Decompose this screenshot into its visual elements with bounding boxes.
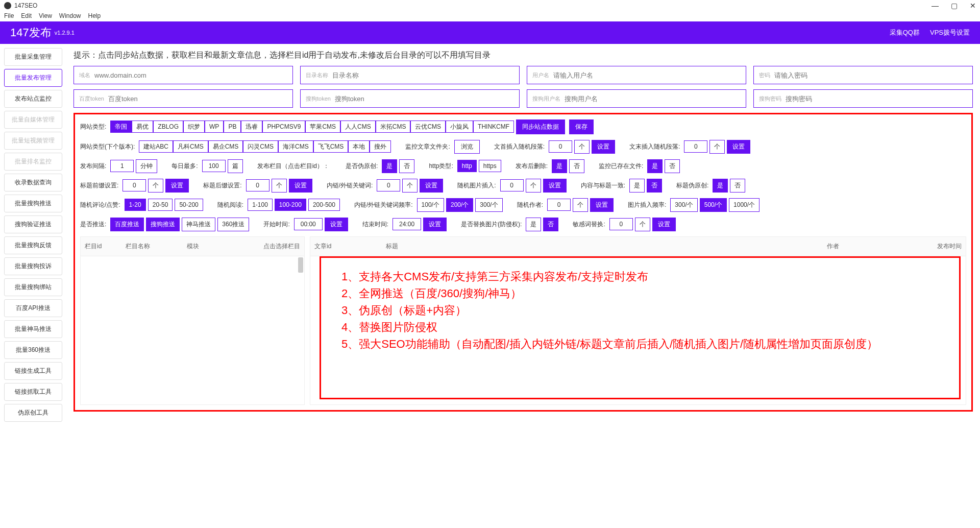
sidebar-item-7[interactable]: 批量搜狗推送 xyxy=(4,195,62,212)
input-baidu-token[interactable]: 百度token xyxy=(74,89,293,108)
site-type-1[interactable]: 易优 xyxy=(132,121,153,133)
insert-head-setting[interactable]: 设置 xyxy=(592,140,615,154)
sidebar-item-0[interactable]: 批量采集管理 xyxy=(4,48,62,66)
site-type-8[interactable]: 苹果CMS xyxy=(305,121,340,133)
daily-max-value[interactable]: 100 xyxy=(202,160,226,172)
sidebar-item-8[interactable]: 搜狗验证推送 xyxy=(4,215,62,233)
input-sogou-pass[interactable]: 搜狗密码 xyxy=(753,89,973,108)
read-opt-0[interactable]: 1-100 xyxy=(248,199,273,211)
insert-head-value[interactable]: 0 xyxy=(549,140,572,153)
title-pseudo-yes[interactable]: 是 xyxy=(713,179,728,193)
push-opt-3[interactable]: 360推送 xyxy=(217,218,249,231)
menu-window[interactable]: Window xyxy=(59,12,81,20)
dir-field[interactable] xyxy=(332,71,514,79)
freq-opt-0[interactable]: 100/个 xyxy=(417,198,444,212)
site-type-5[interactable]: PB xyxy=(224,121,241,133)
random-img-setting[interactable]: 设置 xyxy=(543,179,567,193)
next-type-5[interactable]: 飞飞CMS xyxy=(313,140,349,153)
push-opt-0[interactable]: 百度推送 xyxy=(110,218,144,231)
input-domain[interactable]: 域名 xyxy=(74,66,293,84)
read-opt-2[interactable]: 200-500 xyxy=(308,199,340,211)
next-type-4[interactable]: 海洋CMS xyxy=(278,140,313,153)
sidebar-item-1[interactable]: 批量发布管理 xyxy=(4,69,62,87)
site-type-10[interactable]: 米拓CMS xyxy=(376,121,411,133)
site-type-11[interactable]: 云优CMS xyxy=(410,121,446,133)
sogou-pass-field[interactable] xyxy=(786,95,967,103)
img-freq-1[interactable]: 500/个 xyxy=(700,198,727,212)
replace-yes[interactable]: 是 xyxy=(526,218,541,231)
input-sogou-token[interactable]: 搜狗token xyxy=(300,89,520,108)
input-dir[interactable]: 目录名称 xyxy=(300,66,520,84)
next-type-7[interactable]: 搜外 xyxy=(370,140,391,153)
next-type-3[interactable]: 闪灵CMS xyxy=(243,140,278,153)
site-type-2[interactable]: ZBLOG xyxy=(153,121,183,133)
push-opt-1[interactable]: 搜狗推送 xyxy=(146,218,180,231)
end-time-setting[interactable]: 设置 xyxy=(423,218,447,231)
next-type-0[interactable]: 建站ABC xyxy=(139,140,173,153)
sidebar-item-17[interactable]: 伪原创工具 xyxy=(4,404,62,422)
sidebar-item-9[interactable]: 批量搜狗反馈 xyxy=(4,236,62,254)
comment-opt-1[interactable]: 20-50 xyxy=(148,199,173,211)
close-button[interactable]: ✕ xyxy=(970,2,976,10)
site-type-0[interactable]: 帝国 xyxy=(110,121,132,133)
push-opt-2[interactable]: 神马推送 xyxy=(182,218,215,231)
monitor-yes[interactable]: 是 xyxy=(647,159,663,173)
menu-edit[interactable]: Edit xyxy=(21,12,32,20)
minimize-button[interactable]: — xyxy=(932,2,939,10)
http-option[interactable]: http xyxy=(457,160,477,172)
comment-opt-0[interactable]: 1-20 xyxy=(125,199,146,211)
sidebar-item-15[interactable]: 链接生成工具 xyxy=(4,362,62,380)
sogou-user-field[interactable] xyxy=(565,95,741,103)
next-type-2[interactable]: 易企CMS xyxy=(208,140,243,153)
scrollbar-thumb[interactable] xyxy=(298,257,303,273)
sync-button[interactable]: 同步站点数据 xyxy=(516,119,565,134)
sogou-token-field[interactable] xyxy=(335,95,514,103)
next-type-1[interactable]: 凡科CMS xyxy=(173,140,208,153)
sidebar-item-2[interactable]: 发布站点监控 xyxy=(4,90,62,108)
maximize-button[interactable]: ▢ xyxy=(951,2,958,10)
start-time-setting[interactable]: 设置 xyxy=(325,218,348,231)
baidu-token-field[interactable] xyxy=(108,95,287,103)
sidebar-item-11[interactable]: 批量搜狗绑站 xyxy=(4,278,62,296)
title-prefix-setting[interactable]: 设置 xyxy=(165,179,189,193)
pass-field[interactable] xyxy=(774,71,967,79)
replace-no[interactable]: 否 xyxy=(543,218,558,231)
site-type-12[interactable]: 小旋风 xyxy=(446,121,473,133)
sidebar-item-13[interactable]: 批量神马推送 xyxy=(4,320,62,338)
site-type-7[interactable]: PHPCMSV9 xyxy=(262,121,305,133)
sidebar-item-12[interactable]: 百度API推送 xyxy=(4,299,62,317)
title-suffix-setting[interactable]: 设置 xyxy=(289,179,312,193)
start-time-value[interactable]: 00:00 xyxy=(294,218,323,230)
same-no[interactable]: 否 xyxy=(647,179,662,193)
site-type-13[interactable]: THINKCMF xyxy=(473,121,514,133)
menu-view[interactable]: View xyxy=(39,12,52,20)
site-type-3[interactable]: 织梦 xyxy=(183,121,205,133)
input-user[interactable]: 用户名 xyxy=(527,66,746,84)
img-freq-0[interactable]: 300/个 xyxy=(670,198,697,212)
same-yes[interactable]: 是 xyxy=(629,179,645,193)
save-button[interactable]: 保存 xyxy=(569,119,594,134)
sidebar-item-6[interactable]: 收录数据查询 xyxy=(4,174,62,191)
end-time-value[interactable]: 24:00 xyxy=(393,218,421,230)
menu-help[interactable]: Help xyxy=(88,12,101,20)
site-type-6[interactable]: 迅睿 xyxy=(241,121,262,133)
freq-opt-1[interactable]: 200/个 xyxy=(446,198,473,212)
site-type-9[interactable]: 人人CMS xyxy=(340,121,376,133)
header-link-qq[interactable]: 采集QQ群 xyxy=(890,28,920,37)
delete-no[interactable]: 否 xyxy=(569,159,584,173)
header-link-vps[interactable]: VPS拨号设置 xyxy=(930,28,970,37)
monitor-no[interactable]: 否 xyxy=(665,159,680,173)
https-option[interactable]: https xyxy=(479,160,501,172)
sidebar-item-16[interactable]: 链接抓取工具 xyxy=(4,383,62,401)
insert-tail-setting[interactable]: 设置 xyxy=(727,140,750,154)
title-pseudo-no[interactable]: 否 xyxy=(730,179,745,193)
delete-yes[interactable]: 是 xyxy=(552,159,567,173)
insert-tail-value[interactable]: 0 xyxy=(684,140,707,153)
sensitive-setting[interactable]: 设置 xyxy=(652,218,676,231)
sidebar-item-14[interactable]: 批量360推送 xyxy=(4,341,62,359)
comment-opt-2[interactable]: 50-200 xyxy=(175,199,203,211)
input-pass[interactable]: 密码 xyxy=(753,66,973,84)
user-field[interactable] xyxy=(553,71,741,79)
site-type-4[interactable]: WP xyxy=(205,121,224,133)
input-sogou-user[interactable]: 搜狗用户名 xyxy=(527,89,746,108)
